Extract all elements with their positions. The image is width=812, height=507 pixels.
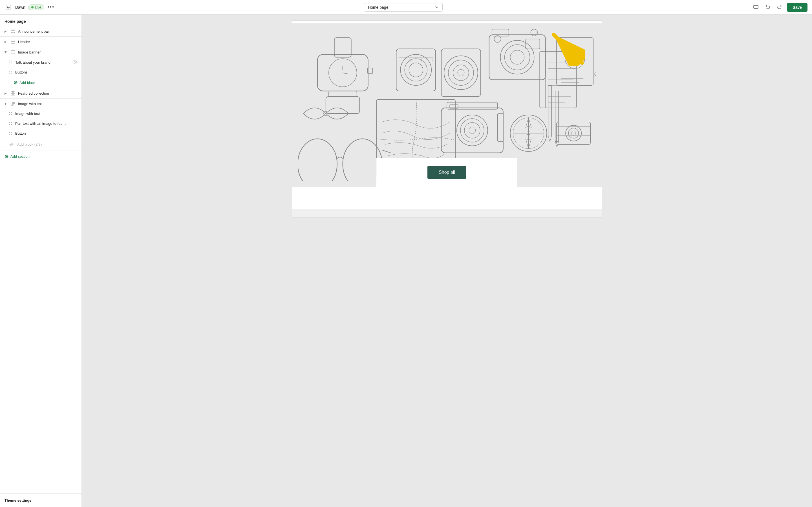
svg-rect-9: [13, 91, 15, 93]
svg-rect-11: [13, 94, 15, 95]
svg-rect-26: [396, 49, 436, 91]
live-badge: Live: [28, 4, 44, 10]
svg-point-28: [405, 59, 427, 81]
svg-rect-10: [11, 94, 13, 95]
hide-icon[interactable]: [72, 60, 77, 64]
add-block-banner-label: Add block: [19, 80, 36, 85]
svg-point-39: [444, 56, 478, 90]
theme-settings[interactable]: Theme settings: [0, 494, 82, 507]
svg-line-64: [382, 150, 391, 153]
featured-collection-label: Featured collection: [18, 91, 77, 96]
svg-point-40: [448, 60, 474, 86]
image-with-text-icon: [11, 101, 15, 106]
sidebar-item-image-with-text-block[interactable]: Image with text: [0, 109, 82, 119]
svg-rect-8: [11, 91, 13, 93]
sidebar-title: Home page: [0, 15, 82, 26]
plus-disabled-icon: ⊕: [9, 141, 13, 147]
sidebar-item-image-with-text[interactable]: ▶ Image with text: [0, 99, 82, 109]
topbar-center: Home page: [58, 3, 748, 11]
image-banner-label: Image banner: [18, 50, 77, 54]
drag-handle-icon: [9, 132, 12, 135]
image-with-text-block-label: Image with text: [15, 112, 77, 116]
talk-about-brand-label: Talk about your brand: [15, 60, 70, 64]
sidebar-section-image-banner: ▶ Image banner Talk about your brand But…: [0, 47, 82, 88]
add-block-iwt-button: ⊕ Add block (3/3): [0, 138, 82, 150]
svg-rect-23: [329, 91, 357, 97]
arrow-icon: ▶: [4, 30, 7, 33]
sidebar-section-announcement: ▶ Announcement bar: [0, 26, 82, 36]
svg-point-85: [568, 128, 578, 138]
svg-point-71: [469, 127, 476, 134]
live-dot: [31, 6, 34, 8]
announcement-bar-label: Announcement bar: [18, 29, 77, 34]
sidebar-section-featured-collection: ▶ Featured collection: [0, 88, 82, 98]
svg-point-69: [460, 119, 484, 142]
arrow-icon: ▶: [4, 92, 7, 95]
save-button[interactable]: Save: [787, 3, 808, 12]
arrow-icon: ▶: [4, 40, 7, 43]
svg-point-61: [298, 139, 337, 181]
page-selector[interactable]: Home page: [364, 3, 443, 11]
sidebar-item-featured-collection[interactable]: ▶ Featured collection: [0, 88, 82, 98]
svg-point-68: [457, 115, 488, 146]
sidebar-item-buttons[interactable]: Buttons: [0, 67, 82, 77]
sidebar-item-image-banner[interactable]: ▶ Image banner: [0, 47, 82, 57]
arrow-icon: ▶: [4, 51, 7, 53]
desktop-view-button[interactable]: [751, 3, 760, 12]
svg-rect-2: [11, 30, 15, 33]
announcement-bar-icon: [11, 29, 15, 34]
preview-frame: Shop all: [292, 20, 602, 217]
drag-handle-icon: [9, 61, 12, 64]
svg-rect-24: [326, 97, 360, 114]
image-banner-canvas-section[interactable]: Shop all: [292, 23, 602, 187]
plus-icon: ⊕: [13, 79, 18, 86]
main-layout: Home page ▶ Announcement bar ▶ Header: [0, 15, 812, 507]
sidebar-item-pair-text[interactable]: Pair text with an image to focu...: [0, 119, 82, 128]
drag-handle-icon: [9, 122, 12, 125]
back-button[interactable]: [4, 3, 12, 11]
svg-point-41: [453, 65, 469, 80]
pair-text-label: Pair text with an image to focu...: [15, 121, 66, 126]
add-block-banner-button[interactable]: ⊕ Add block: [0, 77, 82, 88]
svg-point-46: [500, 40, 534, 74]
add-section-label: Add section: [10, 154, 30, 159]
page-selector-value: Home page: [368, 5, 388, 10]
svg-point-84: [566, 125, 581, 141]
svg-point-58: [595, 70, 596, 78]
redo-button[interactable]: [775, 3, 784, 12]
header-label: Header: [18, 40, 77, 44]
sidebar-item-header[interactable]: ▶ Header: [0, 37, 82, 47]
drag-handle-icon: [9, 71, 12, 74]
svg-point-42: [458, 69, 464, 76]
topbar: Dawn Live ••• Home page Save: [0, 0, 812, 15]
header-icon: [11, 40, 15, 44]
arrow-icon: ▶: [4, 103, 7, 105]
sidebar-item-announcement-bar[interactable]: ▶ Announcement bar: [0, 26, 82, 36]
svg-point-70: [464, 122, 480, 138]
sidebar-item-talk-about-brand[interactable]: Talk about your brand: [0, 57, 82, 67]
sidebar-item-button-block[interactable]: Button: [0, 128, 82, 138]
svg-rect-79: [548, 86, 552, 136]
svg-line-22: [343, 73, 349, 74]
image-with-text-section-label: Image with text: [18, 102, 77, 106]
image-banner-icon: [11, 50, 15, 54]
buttons-label: Buttons: [15, 70, 77, 74]
svg-rect-12: [11, 102, 13, 105]
shop-all-button[interactable]: Shop all: [427, 166, 466, 179]
preview-area: Shop all: [82, 15, 812, 507]
below-banner-section: [292, 187, 602, 209]
svg-point-86: [571, 131, 576, 135]
svg-rect-1: [754, 5, 758, 8]
add-section-button[interactable]: ⊕ Add section: [0, 150, 82, 162]
more-options-button[interactable]: •••: [47, 3, 55, 11]
canvas-top-strip: [292, 20, 602, 23]
theme-settings-label: Theme settings: [4, 498, 31, 503]
shop-all-container: Shop all: [376, 158, 517, 187]
featured-collection-icon: [11, 91, 15, 96]
add-block-iwt-label: Add block (3/3): [17, 142, 42, 147]
undo-button[interactable]: [763, 3, 772, 12]
theme-name: Dawn: [15, 5, 26, 10]
svg-rect-72: [498, 114, 503, 142]
drag-handle-icon: [9, 112, 12, 115]
sidebar-section-header: ▶ Header: [0, 36, 82, 47]
